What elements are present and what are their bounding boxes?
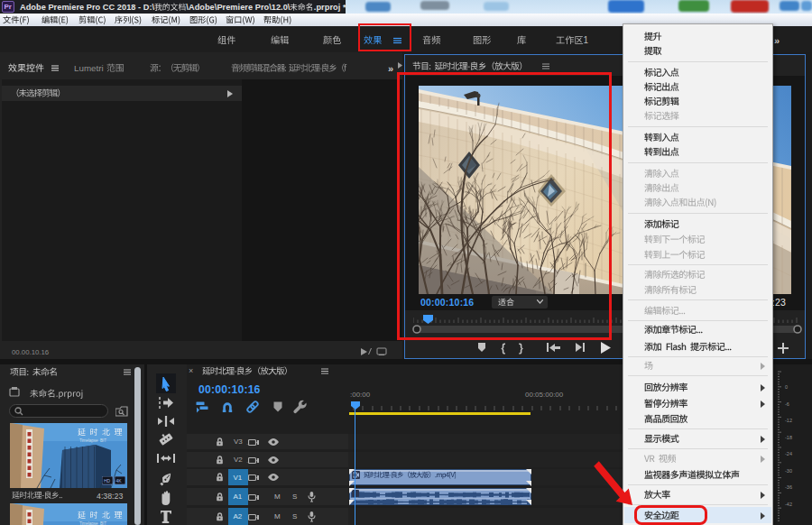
svg-text:-42: -42 xyxy=(785,502,792,507)
svg-text:-36: -36 xyxy=(785,484,792,490)
svg-text:-30: -30 xyxy=(785,468,792,474)
svg-text:4K: 4K xyxy=(116,478,123,484)
svg-text:0: 0 xyxy=(785,384,788,390)
svg-text:-24: -24 xyxy=(785,451,792,456)
svg-text:-6: -6 xyxy=(785,401,789,407)
svg-text:HD: HD xyxy=(104,478,111,484)
svg-text:-18: -18 xyxy=(785,435,792,440)
svg-text:-12: -12 xyxy=(785,418,792,423)
